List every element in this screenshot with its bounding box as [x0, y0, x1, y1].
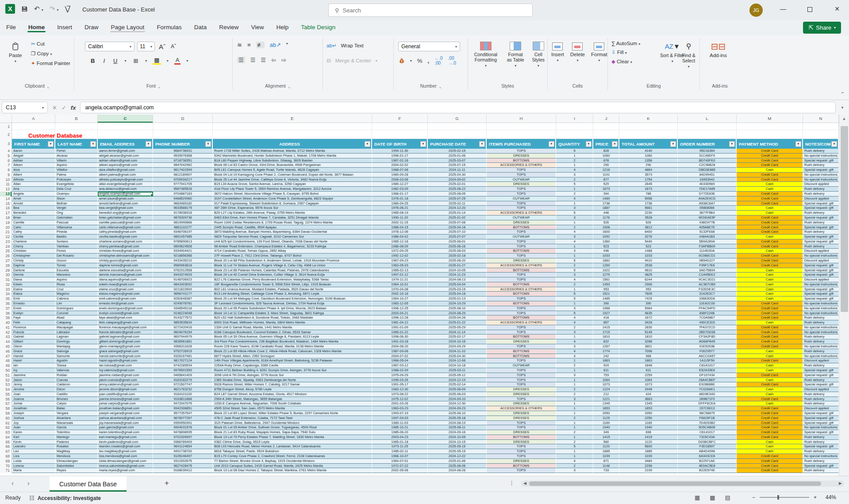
row-number-59[interactable]: 59 — [0, 411, 12, 416]
cell[interactable]: Arnel — [12, 196, 55, 201]
empty-cell[interactable] — [556, 130, 593, 139]
cell[interactable]: 1269 — [593, 263, 619, 268]
cell[interactable]: Jason — [12, 378, 55, 383]
cell[interactable]: 95D16384 — [678, 149, 737, 154]
cell[interactable]: Block 04 Lot 19 Kamagong Cove Phase 2, C… — [213, 173, 372, 177]
cell[interactable]: juan.garcia@gmail.com — [98, 425, 153, 430]
cell[interactable]: 2250 — [619, 416, 678, 421]
cell[interactable]: B24 L87 Garnet Street, Azucena Estates, … — [213, 392, 372, 397]
cell[interactable]: TOPS — [487, 373, 556, 378]
cell[interactable]: 2 — [556, 325, 593, 330]
paste-button[interactable]: 📋︎ Paste▾ — [6, 40, 24, 65]
cell[interactable]: 9819990666 — [153, 220, 213, 225]
empty-cell[interactable] — [55, 123, 98, 130]
cell[interactable]: 446 — [593, 211, 619, 215]
filter-dropdown-icon[interactable]: ▾ — [90, 141, 96, 147]
cell[interactable]: 1863 — [593, 358, 619, 363]
cell[interactable]: Daphne — [12, 263, 55, 268]
cell[interactable]: 2025-01-02 — [428, 215, 487, 220]
cell[interactable]: 2024-11-23 — [428, 273, 487, 277]
cell[interactable]: 3484 — [619, 459, 678, 464]
cell[interactable]: gilbert.domingo@gmail.com — [98, 339, 153, 344]
cell[interactable]: Darlene — [12, 268, 55, 273]
cell[interactable]: Camille — [12, 220, 55, 225]
cell[interactable]: Credit Card — [737, 311, 803, 316]
cell[interactable]: 2006-03-06 — [372, 177, 428, 182]
cell[interactable]: 1 — [556, 163, 593, 168]
cell[interactable]: No special instructions — [803, 425, 839, 430]
cell[interactable]: DF107434 — [678, 373, 737, 378]
row-number-22[interactable]: 22 — [0, 235, 12, 239]
cell[interactable]: Roldan — [55, 373, 98, 378]
cell[interactable]: Credit Card — [737, 411, 803, 416]
cell[interactable]: 2025-05-15 — [428, 449, 487, 454]
cell[interactable]: 1963-05-03 — [372, 263, 428, 268]
cell[interactable]: jonathan.batac@gmail.com — [98, 406, 153, 411]
cell[interactable]: 390 — [593, 301, 619, 306]
cell[interactable]: 4505 32nd Street, San Juan, 0573 Metro M… — [213, 406, 372, 411]
cell[interactable]: 1774 — [593, 349, 619, 354]
cell[interactable]: Ocampo — [55, 192, 98, 196]
cell[interactable]: Special request: gift — [803, 421, 839, 426]
cell[interactable]: 1334 Unit D Samat Road, Manila, 1441 Met… — [213, 325, 372, 330]
cell[interactable]: 2025-01-13 — [428, 296, 487, 301]
cell[interactable]: Cecilia — [12, 235, 55, 239]
font-size-select[interactable]: 11▾ — [137, 42, 155, 51]
cell[interactable]: 1983-12-30 — [372, 387, 428, 392]
scroll-right-icon[interactable]: ▶ — [839, 481, 842, 485]
row-number-71[interactable]: 71 — [0, 468, 12, 473]
cell[interactable]: 2254A Ruby Drive, Capalonga, 3389 Cavite — [213, 363, 372, 368]
cell[interactable]: 2025-01-14 — [428, 211, 487, 215]
cell[interactable]: TOPS — [487, 468, 556, 473]
cell[interactable]: 3825 — [619, 273, 678, 277]
sheet-tab[interactable]: Customer Data Base — [50, 476, 127, 492]
cell[interactable]: Manzano — [55, 273, 98, 277]
cell[interactable]: evelyn.coronel@gmail.com — [98, 311, 153, 316]
decrease-font-icon[interactable]: Aˇ — [169, 43, 177, 50]
cell[interactable]: Block 20 Lot 88 Piña Subdivision 4, Ande… — [213, 258, 372, 263]
cell[interactable]: Carpio — [55, 401, 98, 406]
row-number-51[interactable]: 51 — [0, 373, 12, 378]
cell[interactable]: 1673 — [619, 187, 678, 192]
cell[interactable]: 46D9E34D — [678, 392, 737, 397]
cell[interactable]: F3AFBB09 — [678, 244, 737, 249]
cell[interactable]: Karen — [12, 430, 55, 435]
cell[interactable]: 2025-03-11 — [428, 368, 487, 373]
cell[interactable]: Special request: gift — [803, 273, 839, 277]
cell[interactable]: Paderes — [55, 440, 98, 445]
cell[interactable]: Magtibay — [55, 449, 98, 454]
cell[interactable]: BOTTOMS — [487, 225, 556, 230]
cell[interactable]: 77 Barton Street, Brooks Grove 4, Baybay… — [213, 459, 372, 464]
cell[interactable]: Cash — [737, 287, 803, 292]
cell[interactable]: Beltran — [55, 201, 98, 206]
cell[interactable]: Room 1728 Miller Suites, 2428 Malinao Av… — [213, 149, 372, 154]
cell[interactable]: OUTWEAR — [487, 215, 556, 220]
cell[interactable]: Block 14 Lot 11 Campanilla Estates 3, Ma… — [213, 311, 372, 316]
cell[interactable]: 405A8E7E — [678, 225, 737, 230]
empty-cell[interactable] — [737, 123, 803, 130]
copy-button[interactable]: ❐ Copy ▾ — [31, 50, 70, 57]
row-number-20[interactable]: 20 — [0, 225, 12, 230]
cell[interactable]: 1033 — [619, 254, 678, 258]
cell[interactable]: Jasmine — [12, 373, 55, 378]
cell[interactable]: 1 — [556, 382, 593, 387]
cell[interactable]: 2024-12-30 — [428, 401, 487, 406]
cell[interactable]: 9443374929 — [153, 273, 213, 277]
tab-draw[interactable]: Draw — [78, 20, 105, 33]
cell[interactable]: 1968-07-06 — [372, 168, 428, 173]
cell[interactable]: 828 — [593, 149, 619, 154]
cell[interactable]: 3812 — [619, 225, 678, 230]
cell[interactable]: Cash — [737, 268, 803, 273]
cell[interactable]: 1415 — [593, 435, 619, 440]
cell[interactable]: 5145 — [619, 330, 678, 335]
cell[interactable]: Aquino — [55, 277, 98, 282]
cell[interactable]: 05808066 — [678, 206, 737, 211]
cell[interactable]: gabriel.lagman@gmail.com — [98, 335, 153, 339]
cell[interactable]: allan.evangelista@gmail.com — [98, 182, 153, 187]
cell[interactable]: Briones — [55, 397, 98, 402]
cell[interactable]: 2445 Scorpio Road, Castilla, 4594 Apayao — [213, 225, 372, 230]
cell[interactable]: jerome.dizon@gmail.com — [98, 387, 153, 392]
cell[interactable]: BOTTOMS — [487, 268, 556, 273]
cell[interactable]: 9334904421 — [153, 249, 213, 254]
cell[interactable]: 1848 — [619, 363, 678, 368]
